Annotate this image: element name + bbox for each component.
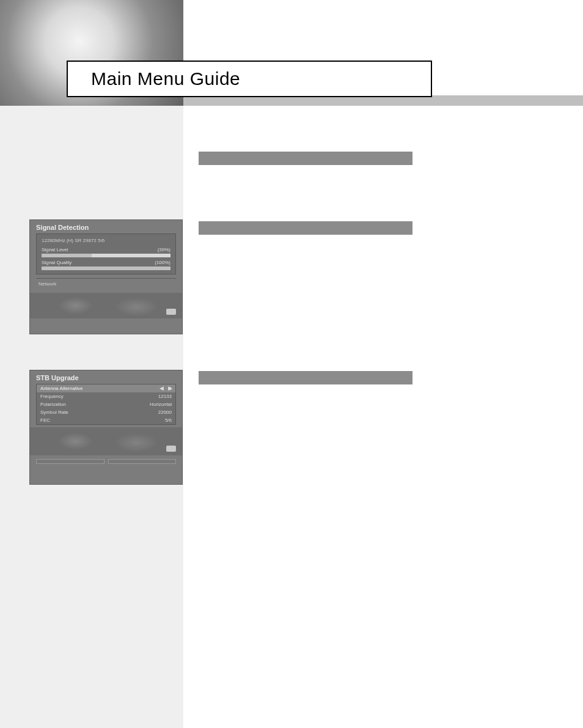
mock2-row: FEC5/6 [37,416,175,424]
left-right-arrows-icon: ◀ ▶ [160,385,174,391]
mock1-row-signal-quality: Signal Quality (100%) [42,260,170,265]
mock2-row-label: Symbol Rate [40,410,68,415]
mock1-row2-label: Signal Quality [42,260,72,265]
screenshot-stb-upgrade: STB Upgrade ◀ ▶ Antenna Alternative1Freq… [29,370,183,485]
mock2-background-map [30,427,182,455]
mock1-background-map [30,293,182,318]
page-title: Main Menu Guide [91,68,240,89]
mock1-row1-label: Signal Level [42,247,68,252]
help-icon [166,446,176,452]
mock2-row: Frequency12133 [37,392,175,400]
mock2-row-label: Antenna Alternative [40,386,82,391]
mock1-row2-value: (100%) [155,260,170,265]
mock2-row-value: 12133 [158,394,172,399]
mock2-row: Symbol Rate22000 [37,408,175,416]
mock2-row-label: Frequency [40,394,64,399]
mock1-row1-bar-fill [42,254,92,257]
mock1-panel: 12280MHz (H) SR 29872 5/6 Signal Level (… [36,233,176,274]
mock2-row: PolarizationHorizontal [37,400,175,408]
mock1-row1-value: (39%) [158,247,170,252]
page-title-box: Main Menu Guide [67,61,432,97]
mock2-progress-bar-2 [108,459,177,464]
mock2-progress-bars [30,455,182,464]
help-icon [166,309,176,315]
mock1-subline: 12280MHz (H) SR 29872 5/6 [42,238,170,243]
section-bar-3 [199,371,413,384]
mock2-row-label: FEC [40,417,50,423]
mock2-row: Antenna Alternative1 [37,384,175,392]
screenshot-signal-detection: Signal Detection 12280MHz (H) SR 29872 5… [29,219,183,334]
mock2-row-value: Horizontal [150,402,172,407]
section-bar-2 [199,221,413,235]
mock2-title: STB Upgrade [30,370,182,384]
mock1-title: Signal Detection [30,220,182,233]
mock1-row2-bar [42,267,170,270]
mock2-progress-bar-1 [36,459,105,464]
mock2-row-value: 22000 [158,410,172,415]
mock2-table: Antenna Alternative1Frequency12133Polari… [36,384,176,425]
mock1-row-signal-level: Signal Level (39%) [42,247,170,252]
section-bar-1 [199,152,413,165]
mock2-row-value: 5/6 [165,417,172,423]
mock2-row-label: Polarization [40,402,66,407]
mock1-row2-bar-fill [42,267,170,270]
mock1-footer: Network [36,278,176,290]
mock1-row1-bar [42,254,170,257]
